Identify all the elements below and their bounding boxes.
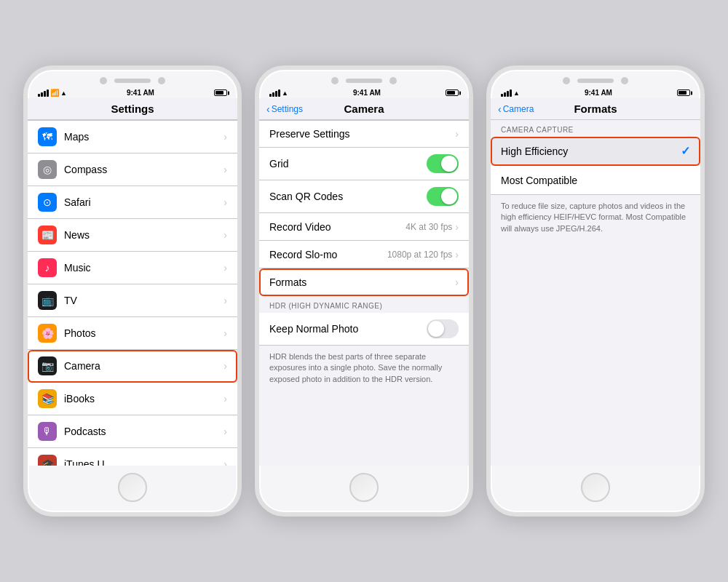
news-label: News — [64, 229, 223, 241]
grid-toggle[interactable] — [427, 154, 459, 173]
record-slomo-label: Record Slo-mo — [269, 249, 387, 260]
time-3: 9:41 AM — [585, 89, 612, 97]
bar1 — [501, 94, 503, 97]
nav-back-3[interactable]: ‹ Camera — [498, 104, 534, 114]
list-item-formats[interactable]: Formats › — [259, 268, 469, 296]
settings-list-2[interactable]: Preserve Settings › Grid Scan QR Codes R… — [259, 120, 469, 466]
nav-title-1: Settings — [111, 103, 154, 115]
list-item-record-slomo[interactable]: Record Slo-mo 1080p at 120 fps › — [259, 241, 469, 268]
status-left-2: ▲ — [269, 89, 288, 97]
settings-list-3[interactable]: CAMERA CAPTURE High Efficiency ✓ Most Co… — [491, 120, 700, 466]
list-item-high-efficiency[interactable]: High Efficiency ✓ — [491, 137, 700, 166]
formats-description: To reduce file size, capture photos and … — [491, 195, 700, 243]
ibooks-icon: 📚 — [38, 389, 57, 408]
safari-label: Safari — [64, 196, 223, 208]
record-slomo-chevron: › — [455, 249, 459, 260]
phone-bottom-3 — [581, 466, 610, 512]
wifi-3: ▲ — [513, 89, 520, 97]
carrier-1: 📶 — [50, 89, 59, 97]
list-item-preserve-settings[interactable]: Preserve Settings › — [259, 120, 469, 148]
bar2 — [41, 92, 43, 97]
list-item-ibooks[interactable]: 📚 iBooks › — [28, 383, 237, 415]
status-bar-3: ▲ 9:41 AM — [491, 87, 700, 98]
list-item-podcasts[interactable]: 🎙 Podcasts › — [28, 415, 237, 448]
wifi-2: ▲ — [282, 89, 288, 97]
nav-title-3: Formats — [574, 103, 617, 115]
record-video-label: Record Video — [269, 221, 405, 233]
list-item-photos[interactable]: 🌸 Photos › — [28, 317, 237, 350]
photos-icon: 🌸 — [38, 324, 57, 343]
phone-camera: ▲ 9:41 AM ‹ Settings Camera Preserve Set… — [255, 65, 473, 517]
podcasts-icon: 🎙 — [38, 422, 57, 441]
phone-top-3 — [491, 70, 700, 87]
formats-chevron: › — [455, 276, 459, 288]
list-item-news[interactable]: 📰 News › — [28, 219, 237, 252]
safari-icon: ⊙ — [38, 193, 57, 212]
home-button-2[interactable] — [349, 473, 379, 502]
ibooks-chevron: › — [223, 393, 227, 404]
itunes-u-label: iTunes U — [64, 458, 223, 466]
status-left-3: ▲ — [501, 89, 520, 97]
list-item-itunes-u[interactable]: 🎓 iTunes U › — [28, 448, 237, 466]
scan-qr-toggle[interactable] — [427, 187, 459, 206]
bar4 — [278, 89, 280, 97]
screen-3: ‹ Camera Formats CAMERA CAPTURE High Eff… — [491, 98, 700, 466]
sensor-1 — [158, 77, 165, 84]
list-item-safari[interactable]: ⊙ Safari › — [28, 186, 237, 219]
camera-capture-label: CAMERA CAPTURE — [491, 120, 700, 137]
high-efficiency-label: High Efficiency — [501, 146, 681, 157]
scan-qr-label: Scan QR Codes — [269, 191, 427, 202]
list-item-music[interactable]: ♪ Music › — [28, 252, 237, 284]
list-item-scan-qr[interactable]: Scan QR Codes — [259, 180, 469, 213]
list-item-most-compatible[interactable]: Most Compatible — [491, 166, 700, 195]
compass-chevron: › — [223, 164, 227, 175]
bar2 — [272, 92, 274, 97]
nav-back-2[interactable]: ‹ Settings — [266, 104, 303, 114]
music-chevron: › — [223, 262, 227, 274]
podcasts-chevron: › — [223, 426, 227, 437]
nav-bar-2: ‹ Settings Camera — [259, 98, 469, 120]
preserve-settings-label: Preserve Settings — [269, 128, 455, 140]
back-label-2: Settings — [272, 104, 303, 114]
phone-top-2 — [259, 70, 469, 87]
battery-3 — [677, 89, 690, 96]
bar1 — [269, 94, 272, 97]
list-item-keep-normal[interactable]: Keep Normal Photo — [259, 313, 469, 346]
phone-bottom-1 — [118, 466, 147, 512]
list-item-record-video[interactable]: Record Video 4K at 30 fps › — [259, 213, 469, 241]
signal-bars-2 — [269, 89, 280, 97]
bar2 — [504, 92, 506, 97]
list-item-maps[interactable]: 🗺 Maps › — [28, 120, 237, 154]
camera-chevron: › — [223, 360, 227, 372]
time-1: 9:41 AM — [127, 89, 154, 97]
speaker-3 — [577, 79, 614, 83]
nav-bar-1: Settings — [28, 98, 237, 120]
news-icon: 📰 — [38, 226, 57, 244]
back-label-3: Camera — [503, 104, 534, 114]
list-item-compass[interactable]: ◎ Compass › — [28, 154, 237, 186]
camera-icon: 📷 — [38, 356, 57, 375]
phones-container: 📶 ▲ 9:41 AM Settings 🗺 Maps › ◎ Compas — [23, 65, 705, 517]
front-camera-3 — [563, 77, 570, 84]
list-item-tv[interactable]: 📺 TV › — [28, 284, 237, 317]
keep-normal-toggle[interactable] — [427, 319, 459, 338]
nav-title-2: Camera — [344, 103, 384, 115]
home-button-1[interactable] — [118, 473, 147, 502]
home-button-3[interactable] — [581, 473, 610, 502]
status-right-2 — [446, 89, 459, 96]
screen-2: ‹ Settings Camera Preserve Settings › Gr… — [259, 98, 469, 466]
bar3 — [44, 91, 46, 97]
battery-1 — [214, 89, 227, 96]
list-item-camera[interactable]: 📷 Camera › — [28, 350, 237, 383]
bar4 — [47, 89, 49, 97]
settings-list-1[interactable]: 🗺 Maps › ◎ Compass › ⊙ Safari › 📰 News — [28, 120, 237, 466]
bar1 — [38, 94, 40, 97]
music-icon: ♪ — [38, 258, 57, 277]
hdr-section-label: HDR (HIGH DYNAMIC RANGE) — [259, 296, 469, 313]
back-arrow-3: ‹ — [498, 104, 502, 114]
tv-label: TV — [64, 295, 223, 306]
photos-label: Photos — [64, 327, 223, 339]
list-item-grid[interactable]: Grid — [259, 148, 469, 180]
formats-label: Formats — [269, 276, 455, 288]
most-compatible-label: Most Compatible — [501, 175, 690, 186]
